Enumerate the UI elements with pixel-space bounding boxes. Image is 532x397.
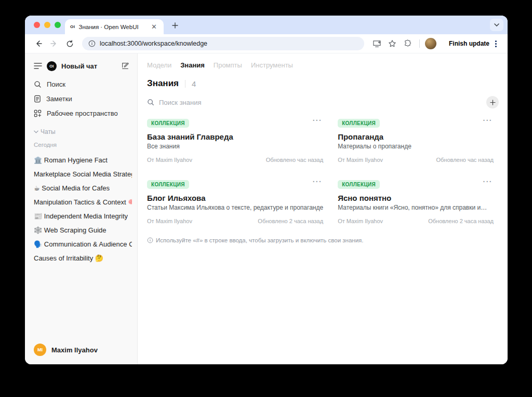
- openwebui-logo: OI: [47, 61, 57, 71]
- knowledge-card-grid: КОЛЛЕКЦИЯ ··· База знаний Главреда Все з…: [147, 117, 494, 225]
- collection-badge: КОЛЛЕКЦИЯ: [338, 119, 380, 128]
- chat-list-item[interactable]: Causes of Irritability 🤔: [25, 251, 137, 265]
- notes-icon: [34, 95, 41, 103]
- install-app-button[interactable]: [370, 37, 383, 50]
- sidebar-item-label: Поиск: [47, 80, 65, 88]
- minimize-window-button[interactable]: [44, 22, 50, 28]
- chat-list-item[interactable]: 🗣️ Communication & Audience Cor: [25, 237, 137, 251]
- knowledge-card[interactable]: КОЛЛЕКЦИЯ ··· Пропаганда Материалы о про…: [338, 117, 494, 164]
- knowledge-hint: Используйте «#» в строке ввода, чтобы за…: [147, 237, 494, 243]
- card-author: От Maxim Ilyahov: [338, 157, 383, 163]
- chats-section-header[interactable]: Чаты: [25, 126, 137, 138]
- new-tab-button[interactable]: [169, 19, 181, 32]
- install-icon: [373, 40, 381, 48]
- knowledge-count: 4: [192, 79, 196, 88]
- back-arrow-icon: [34, 39, 43, 48]
- card-updated: Обновлено 2 часа назад: [258, 218, 323, 224]
- sidebar-toggle-icon[interactable]: [34, 62, 42, 70]
- reload-button[interactable]: [63, 37, 76, 50]
- chat-list-item[interactable]: 📰 Independent Media Integrity: [25, 209, 137, 223]
- user-menu[interactable]: MI Maxim Ilyahov: [25, 337, 137, 364]
- sidebar-item-workspace[interactable]: Рабочее пространство: [25, 106, 137, 120]
- puzzle-icon: [404, 39, 412, 48]
- chat-list-item[interactable]: 🕸️ Web Scraping Guide: [25, 223, 137, 237]
- plus-icon: [172, 22, 178, 29]
- card-description: Материалы о пропаганде: [338, 143, 494, 150]
- sidebar-item-notes[interactable]: Заметки: [25, 91, 137, 106]
- tab-search-button[interactable]: [490, 19, 503, 31]
- browser-tabstrip: OI Знания · Open WebUI ✕: [25, 16, 508, 34]
- collection-badge: КОЛЛЕКЦИЯ: [147, 180, 189, 189]
- sidebar-item-label: Заметки: [46, 95, 72, 103]
- tab-models[interactable]: Модели: [147, 61, 171, 69]
- card-title: Блог Ильяхова: [147, 194, 323, 202]
- knowledge-card[interactable]: КОЛЛЕКЦИЯ ··· Блог Ильяхова Статьи Макси…: [147, 178, 323, 225]
- chevron-down-icon: [34, 130, 38, 133]
- back-button[interactable]: [32, 37, 45, 50]
- window-controls: [34, 22, 61, 28]
- chat-list-item[interactable]: 🏛️ Roman Hygiene Fact: [25, 153, 137, 167]
- add-knowledge-button[interactable]: [486, 96, 499, 108]
- card-updated: Обновлено час назад: [266, 157, 323, 163]
- finish-update-label: Finish update: [449, 40, 489, 47]
- site-info-icon[interactable]: [88, 40, 96, 47]
- tab-tools[interactable]: Инструменты: [251, 61, 293, 69]
- bookmark-button[interactable]: [386, 37, 398, 50]
- tab-knowledge[interactable]: Знания: [180, 61, 205, 69]
- card-description: Статьи Максима Ильяхова о тексте, редакт…: [147, 204, 323, 211]
- sidebar-item-search[interactable]: Поиск: [25, 77, 137, 91]
- browser-profile-avatar[interactable]: [425, 38, 436, 49]
- tab-prompts[interactable]: Промпты: [214, 61, 242, 69]
- close-window-button[interactable]: [34, 22, 40, 28]
- knowledge-card[interactable]: КОЛЛЕКЦИЯ ··· Ясно понятно Материалы кни…: [338, 178, 494, 225]
- chat-list-item[interactable]: Marketplace Social Media Strategy: [25, 167, 137, 181]
- tab-favicon-icon: OI: [70, 24, 75, 29]
- workspace-icon: [34, 109, 42, 117]
- chats-date-group: Сегодня: [25, 139, 137, 150]
- chats-section-label: Чаты: [41, 128, 56, 135]
- title-divider: [185, 80, 185, 88]
- star-icon: [388, 39, 396, 48]
- card-menu-icon[interactable]: ···: [483, 117, 493, 124]
- extensions-button[interactable]: [402, 37, 414, 50]
- user-avatar: MI: [34, 344, 46, 356]
- knowledge-page: Модели Знания Промпты Инструменты Знания…: [138, 53, 508, 364]
- hint-text: Используйте «#» в строке ввода, чтобы за…: [156, 237, 364, 243]
- card-menu-icon[interactable]: ···: [313, 117, 323, 124]
- url-text[interactable]: localhost:3000/workspace/knowledge: [100, 40, 207, 47]
- card-menu-icon[interactable]: ···: [313, 178, 323, 185]
- card-author: От Maxim Ilyahov: [147, 157, 192, 163]
- card-title: Ясно понятно: [338, 194, 494, 202]
- card-updated: Обновлено 2 часа назад: [428, 218, 494, 224]
- new-chat-label[interactable]: Новый чат: [61, 62, 116, 70]
- card-updated: Обновлено час назад: [436, 157, 494, 163]
- search-icon: [147, 99, 154, 106]
- card-author: От Maxim Ilyahov: [338, 218, 383, 224]
- workspace-tabs: Модели Знания Промпты Инструменты: [147, 61, 494, 69]
- zoom-window-button[interactable]: [55, 22, 61, 28]
- card-menu-icon[interactable]: ···: [483, 178, 493, 185]
- chat-list-item[interactable]: ☕ Social Media for Cafes: [25, 181, 137, 195]
- page-title: Знания: [147, 78, 179, 89]
- browser-menu-icon[interactable]: [493, 38, 499, 49]
- card-title: База знаний Главреда: [147, 132, 323, 141]
- sidebar: OI Новый чат Поиск Заметки Рабочее прост…: [25, 53, 138, 364]
- card-author: От Maxim Ilyahov: [147, 218, 192, 224]
- browser-tab-active[interactable]: OI Знания · Open WebUI ✕: [65, 19, 164, 34]
- info-icon: [147, 237, 153, 243]
- sidebar-item-label: Рабочее пространство: [47, 109, 118, 117]
- collection-badge: КОЛЛЕКЦИЯ: [147, 119, 189, 128]
- knowledge-card[interactable]: КОЛЛЕКЦИЯ ··· База знаний Главреда Все з…: [147, 117, 323, 164]
- collection-badge: КОЛЛЕКЦИЯ: [338, 180, 380, 189]
- url-bar[interactable]: localhost:3000/workspace/knowledge: [82, 37, 364, 50]
- tab-title: Знания · Open WebUI: [78, 24, 146, 30]
- forward-button[interactable]: [48, 37, 60, 50]
- finish-update-button[interactable]: Finish update: [443, 37, 502, 50]
- reload-icon: [66, 40, 74, 48]
- user-name: Maxim Ilyahov: [51, 346, 98, 354]
- tab-close-icon[interactable]: ✕: [150, 22, 158, 31]
- chat-list-item[interactable]: Manipulation Tactics & Context 🧠: [25, 195, 137, 209]
- knowledge-search-input[interactable]: [159, 99, 482, 106]
- browser-window: OI Знания · Open WebUI ✕ localhost:3000/…: [25, 16, 508, 364]
- new-chat-icon[interactable]: [121, 62, 129, 70]
